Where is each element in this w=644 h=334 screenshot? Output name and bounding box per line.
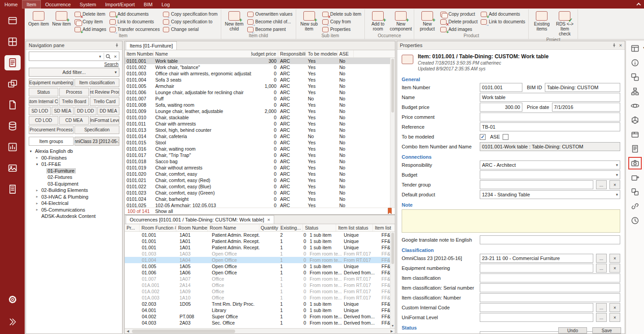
items-col-to-be-modeled[interactable]: To be modeled — [306, 50, 337, 57]
expand-rail-icon[interactable] — [4, 314, 21, 330]
omniclass-clear-button[interactable]: × — [609, 254, 620, 263]
filter-chip-status[interactable]: Status — [29, 88, 58, 96]
tender-group-lookup-button[interactable]: ... — [596, 180, 607, 189]
tender-group-input[interactable] — [480, 180, 593, 189]
uniformat-level-input[interactable] — [480, 313, 593, 322]
settings-gear-icon[interactable] — [4, 292, 21, 307]
uniformat-level-clear-button[interactable]: × — [609, 313, 620, 322]
responsibility-select[interactable]: ARC - Architect ▾ — [480, 160, 620, 169]
occurrences-col-status[interactable]: Status — [303, 224, 336, 231]
tree-item-alexia-english-db[interactable]: ▾Alexia English db — [26, 148, 122, 155]
tree-expander-icon[interactable]: ▾ — [34, 162, 40, 166]
become-parent-button[interactable]: ←Become parent — [246, 26, 294, 33]
add-documents-button[interactable]: +Add documents — [109, 11, 161, 17]
product-add-icon[interactable] — [629, 172, 641, 183]
occurrences-col-room-function[interactable]: Room Function #: — [140, 224, 176, 231]
custom-internal-code-clear-button[interactable]: × — [609, 303, 620, 312]
search-icon[interactable] — [105, 54, 112, 59]
tree-expander-icon[interactable]: ▸ — [34, 201, 40, 205]
item-row[interactable]: 0101.001Work table300ARCYesNo — [125, 58, 395, 64]
link-to-documents-button[interactable]: →Link to documents — [480, 18, 526, 25]
rds-item-check-button[interactable]: ✓RDS <-> Item check — [554, 10, 575, 37]
add-filter-button[interactable]: Add filter... ▾ — [29, 68, 119, 77]
item-row[interactable]: 0101.014Chair, cafeteria0ARCNoNo — [125, 133, 395, 139]
tree-item-03-hvac-plumbing[interactable]: ▸03-HVAC & Plumbing — [26, 194, 122, 200]
tree-expander-icon[interactable]: ▸ — [34, 195, 40, 199]
item-row[interactable]: 0101.008Sofa, waiting room0ARCYesNo — [125, 102, 395, 108]
tree-expander-icon[interactable]: ▸ — [34, 208, 40, 212]
item-row[interactable]: 0101.005Armchair1,000ARCYesNo — [125, 83, 395, 89]
item-row[interactable]: 0101.025102-05 Armchair: 102.05.0130ARCY… — [125, 202, 395, 208]
views-icon[interactable]: ▾ — [629, 43, 641, 54]
nav-tab-omniclass-23-2012-05-16[interactable]: OmniClass 23 [2012-05-16] — [74, 137, 119, 146]
occurrences-col-item-list[interactable]: Item list — [373, 224, 395, 231]
occurrences-col-room-number[interactable]: Room Number — [176, 224, 208, 231]
hierarchy-icon[interactable] — [629, 86, 641, 97]
occurrences-col-existing[interactable]: Existing... — [280, 224, 303, 231]
note-textarea[interactable] — [402, 209, 620, 233]
occurrence-row[interactable]: 01.0011A01Patient Admin. Recept.101 sub … — [125, 238, 395, 244]
filter-chip-procurement-process[interactable]: Procurement Process — [29, 126, 74, 134]
item-row[interactable]: 0101.020Chair, comfort, easy0ARCYesNo — [125, 171, 395, 177]
new-item-button[interactable]: +New item — [51, 10, 72, 26]
open-item-button[interactable]: Open item — [28, 10, 49, 26]
delete-product-button[interactable]: ×Delete product — [439, 18, 478, 25]
item-row[interactable]: 0101.009Lounge chair, leather, adjustabl… — [125, 108, 395, 114]
products-box-icon[interactable] — [629, 129, 641, 140]
tree-item-04-electrical[interactable]: ▸04-Electrical — [26, 200, 122, 207]
google-translate-input[interactable] — [480, 235, 620, 244]
items-col-ase[interactable]: ASE — [337, 50, 354, 57]
occurrences-col-room-name[interactable]: Room Name — [208, 224, 259, 231]
images-icon[interactable] — [4, 160, 21, 176]
item-row[interactable]: 0101.015Stool0ARCYesNo — [125, 139, 395, 146]
product-data-icon[interactable] — [629, 187, 641, 197]
filter-chip-client-review-process[interactable]: Client Review Process — [90, 88, 119, 96]
occurrence-row[interactable]: 04.0032A03Sec. Office10From room te...De… — [125, 320, 395, 326]
item-row[interactable]: 0101.004Sofa 3 seats0ARCYesNo — [125, 77, 395, 83]
item-row[interactable]: 0101.023Chair, comfort, easy (Green)0ARC… — [125, 190, 395, 196]
filter-chip-uniformat-level[interactable]: UniFormat Level — [90, 116, 119, 125]
items-col-name[interactable]: Name — [153, 50, 251, 57]
search-dropdown-caret-icon[interactable]: ▾ — [97, 54, 103, 59]
equipment-numbering-clear-button[interactable]: × — [609, 264, 620, 273]
menu-item-item[interactable]: Item — [22, 0, 40, 9]
tree-item-01-ff-e[interactable]: ▾01-FF&E — [26, 161, 122, 168]
default-product-select[interactable]: 1234 - Standing Table ▾ — [480, 190, 620, 199]
add-documents-button[interactable]: +Add documents — [480, 11, 526, 17]
name-input[interactable] — [480, 93, 620, 102]
item-classification-serial-input[interactable] — [480, 283, 620, 292]
items-vertical-scrollbar[interactable] — [390, 58, 395, 208]
item-classification-number-input[interactable] — [480, 293, 620, 302]
delete-sub-item-button[interactable]: ×Delete sub item — [321, 11, 362, 17]
new-item-child-button[interactable]: +New item child — [223, 10, 245, 31]
rooms-icon[interactable] — [4, 34, 21, 49]
items-icon[interactable] — [4, 55, 21, 70]
price-comment-input[interactable] — [480, 113, 620, 121]
occurrences-tab[interactable]: Occurrences [0101.001 / Table-Dining: CU… — [126, 215, 274, 224]
copy-item-button[interactable]: Copy item — [74, 18, 107, 25]
specifications-icon[interactable] — [4, 182, 21, 197]
filter-chip-cd-mea[interactable]: CD MEA — [59, 116, 89, 125]
transfer-occurrences-button[interactable]: →Transfer occurrences — [109, 26, 161, 33]
item-row[interactable]: 0101.016Chair, waiting room0ARCYesNo — [125, 146, 395, 152]
filter-chip-sd-lod[interactable]: SD LOD — [29, 107, 51, 115]
to-be-modeled-checkbox[interactable] — [480, 134, 486, 140]
filter-chip-trello-card[interactable]: Trello Card — [90, 97, 119, 106]
copy-product-button[interactable]: Copy product — [439, 11, 478, 17]
occurrences-col-pr[interactable]: Pr... — [125, 224, 140, 231]
occurrence-row[interactable]: 01.0041A04Open Office10From room te...Fr… — [125, 257, 395, 263]
change-serial-button[interactable]: Change serial — [162, 26, 219, 33]
equipment-numbering-input[interactable] — [480, 264, 593, 273]
history-icon[interactable] — [629, 215, 641, 226]
bookmark-icon[interactable] — [387, 208, 392, 215]
open-database-icon[interactable] — [4, 13, 21, 28]
show-all-link[interactable]: Show all — [155, 208, 173, 214]
nav-tab-item-groups[interactable]: Item groups — [29, 137, 74, 146]
item-row[interactable]: 0101.006Lounge chair, adjustable for rec… — [125, 89, 395, 95]
tree-expander-icon[interactable]: ▾ — [28, 149, 34, 153]
menu-item-bim[interactable]: BIM — [139, 0, 157, 9]
equipment-numbering-lookup-button[interactable]: ... — [596, 264, 607, 273]
properties-button[interactable]: Properties — [321, 26, 362, 33]
link-to-documents-button[interactable]: →Link to documents — [109, 18, 161, 25]
close-icon[interactable]: × — [619, 43, 622, 48]
